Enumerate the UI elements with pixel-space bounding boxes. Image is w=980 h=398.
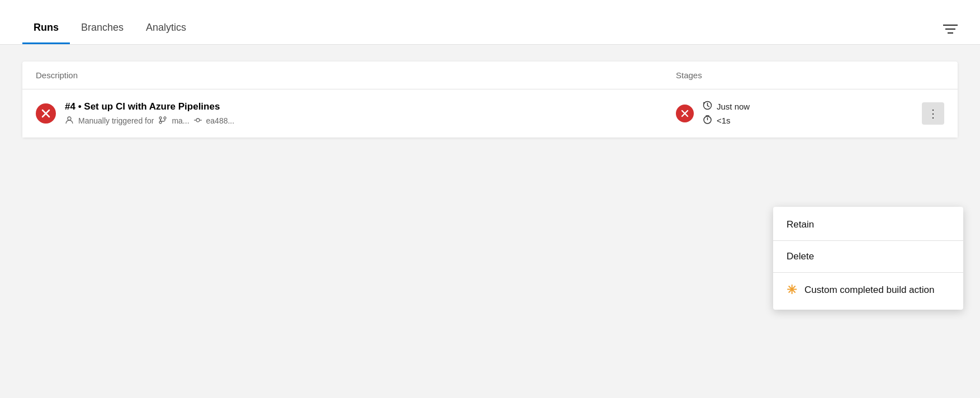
context-menu: Retain Delete ✳ Custom completed build a…	[773, 207, 963, 310]
asterisk-icon: ✳	[787, 283, 797, 297]
svg-rect-17	[703, 102, 705, 103]
run-time: Just now	[717, 102, 750, 111]
commit-icon	[194, 116, 202, 126]
tab-runs[interactable]: Runs	[22, 0, 70, 44]
branch-icon	[158, 116, 167, 126]
tab-analytics[interactable]: Analytics	[135, 0, 197, 44]
time-just-now: Just now	[703, 101, 750, 112]
run-stages: Just now <1s	[676, 101, 944, 126]
run-duration: <1s	[717, 116, 731, 125]
run-trigger: Manually triggered for	[78, 116, 154, 125]
time-info: Just now <1s	[703, 101, 750, 126]
svg-point-7	[164, 117, 166, 119]
col-stages-header: Stages	[676, 70, 944, 80]
clock-icon	[703, 101, 712, 112]
table-row: #4 • Set up CI with Azure Pipelines Manu…	[22, 89, 958, 138]
person-icon	[65, 116, 74, 126]
menu-divider-1	[773, 240, 963, 241]
run-description: #4 • Set up CI with Azure Pipelines Manu…	[65, 101, 676, 126]
svg-point-5	[68, 117, 71, 120]
runs-table: Description Stages #4 • Set up CI with A…	[22, 61, 958, 138]
stages-left: Just now <1s	[676, 101, 750, 126]
stage-fail-icon	[676, 105, 694, 122]
run-meta: Manually triggered for ma...	[65, 116, 676, 126]
tabs: Runs Branches Analytics	[22, 0, 197, 44]
run-commit: ea488...	[206, 116, 235, 125]
table-header: Description Stages	[22, 61, 958, 89]
top-nav: Runs Branches Analytics	[0, 0, 980, 45]
menu-divider-2	[773, 272, 963, 273]
svg-line-16	[708, 106, 709, 107]
context-menu-custom[interactable]: ✳ Custom completed build action	[773, 275, 963, 305]
svg-point-9	[196, 119, 200, 122]
col-description-header: Description	[36, 70, 676, 80]
more-actions-button[interactable]: ⋮	[922, 102, 944, 125]
tab-branches[interactable]: Branches	[70, 0, 135, 44]
run-status-icon	[36, 103, 56, 124]
run-branch: ma...	[172, 116, 189, 125]
filter-button[interactable]	[943, 23, 958, 44]
run-title[interactable]: #4 • Set up CI with Azure Pipelines	[65, 101, 676, 112]
svg-point-6	[159, 117, 162, 119]
context-menu-retain[interactable]: Retain	[773, 211, 963, 238]
time-duration: <1s	[703, 115, 750, 126]
context-menu-delete[interactable]: Delete	[773, 243, 963, 270]
main-content: Description Stages #4 • Set up CI with A…	[0, 45, 980, 398]
timer-icon	[703, 115, 712, 126]
